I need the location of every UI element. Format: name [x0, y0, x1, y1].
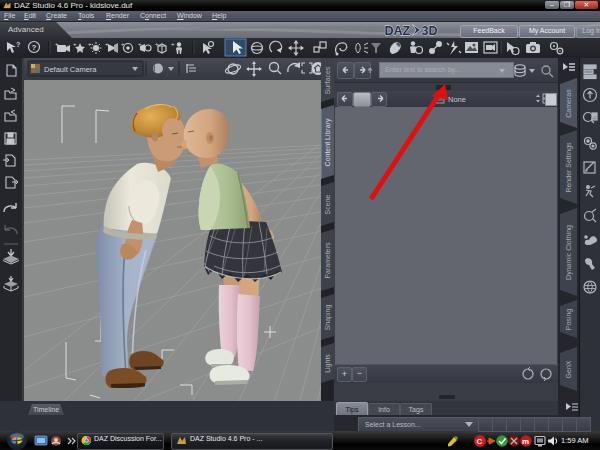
- svg-text:+: +: [88, 41, 92, 47]
- svg-text:Default Camera: Default Camera: [44, 65, 97, 74]
- svg-text:+: +: [171, 41, 175, 47]
- svg-text:+: +: [138, 41, 142, 47]
- svg-text:?: ?: [16, 41, 20, 48]
- svg-text:+: +: [155, 41, 159, 47]
- svg-text:m: m: [522, 437, 529, 446]
- svg-text:+: +: [105, 41, 109, 47]
- svg-text:3D: 3D: [422, 24, 438, 38]
- svg-text:+: +: [55, 41, 59, 47]
- svg-text:+: +: [121, 41, 125, 47]
- svg-text:+: +: [73, 41, 77, 47]
- svg-text:C: C: [477, 437, 483, 446]
- svg-text:DAZ: DAZ: [385, 24, 411, 38]
- svg-text:?: ?: [32, 43, 37, 52]
